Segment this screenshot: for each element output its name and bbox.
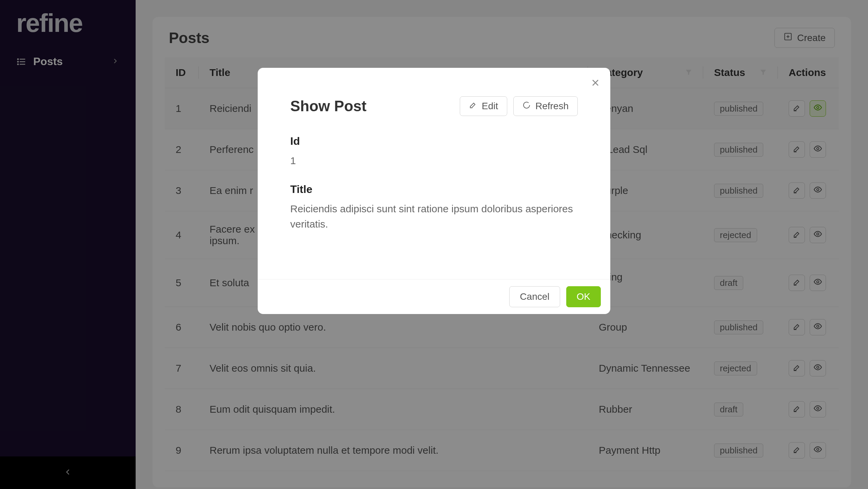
edit-button-label: Edit <box>482 101 498 112</box>
modal-overlay[interactable]: Show Post Edit Refresh <box>0 0 868 489</box>
close-icon[interactable] <box>590 77 601 90</box>
refresh-button[interactable]: Refresh <box>513 96 578 116</box>
show-post-modal: Show Post Edit Refresh <box>258 68 610 314</box>
modal-title: Show Post <box>290 98 367 115</box>
edit-button[interactable]: Edit <box>460 96 507 116</box>
field-id-label: Id <box>290 135 578 148</box>
refresh-icon <box>522 101 531 112</box>
pencil-icon <box>469 101 477 112</box>
field-id-value: 1 <box>290 153 578 168</box>
cancel-button[interactable]: Cancel <box>509 286 560 307</box>
refresh-button-label: Refresh <box>535 101 569 112</box>
ok-button[interactable]: OK <box>566 286 601 307</box>
field-title-value: Reiciendis adipisci sunt sint ratione ip… <box>290 201 578 232</box>
field-title-label: Title <box>290 183 578 196</box>
